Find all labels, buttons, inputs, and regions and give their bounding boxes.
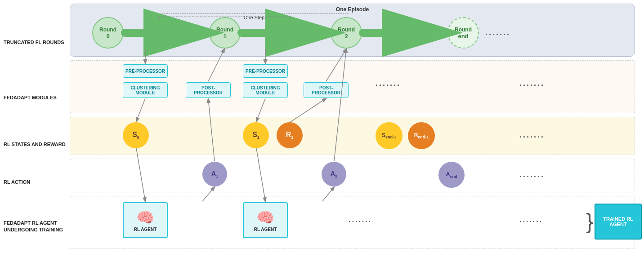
round-end-label: Round [455, 27, 472, 33]
clustering-b: CLUSTERING MODULE [243, 82, 288, 98]
label-fl-rounds: TRUNCATED FL ROUNDS [0, 39, 68, 45]
preprocessor-a: PRE-PROCESSOR [123, 64, 168, 78]
agent-icon-1: 🧠 [136, 209, 154, 226]
agent-icon-2: 🧠 [256, 209, 274, 226]
action-section [70, 159, 635, 192]
state-s0: S0 [123, 122, 149, 148]
state-send1: Send-1 [376, 122, 402, 149]
diagram-container: TRUNCATED FL ROUNDS FEDADAPT MODULES RL … [0, 0, 644, 253]
dots-rounds: ....... [485, 28, 510, 37]
postprocessor-a: POST-PROCESSOR [186, 82, 231, 98]
round-end-circle: Round end [447, 17, 479, 49]
main-content: One Episode One Step Round 0 Round 1 Rou… [70, 0, 644, 253]
brace-trained: } [586, 204, 594, 240]
trained-agent-box: TRAINED RL AGENT [595, 204, 642, 240]
round-1-sub: 1 [223, 33, 226, 40]
agent-box-1: 🧠 RL AGENT [123, 202, 168, 238]
labels-column: TRUNCATED FL ROUNDS FEDADAPT MODULES RL … [0, 0, 70, 253]
round-2-label: Round [338, 27, 355, 33]
dots-modules-2: ....... [519, 79, 545, 88]
label-action: RL ACTION [0, 179, 34, 185]
label-agent: FEDADAPT RL AGENT UNDERGOING TRAINING [0, 220, 70, 233]
action-a2: A2 [322, 162, 346, 186]
round-0-sub: 0 [106, 33, 109, 40]
round-1-circle: Round 1 [209, 17, 241, 49]
action-aend: Aend [438, 162, 465, 188]
round-end-sub: end [458, 33, 468, 40]
dots-modules-1: ....... [376, 79, 401, 88]
episode-label: One Episode [70, 6, 635, 13]
label-modules: FEDADAPT MODULES [0, 94, 60, 101]
round-2-sub: 2 [344, 33, 348, 40]
dots-action: ....... [519, 170, 545, 179]
label-states: RL STATES AND REWARD [0, 141, 69, 147]
dots-agent: ....... [349, 216, 372, 224]
dots-agent-2: ....... [519, 216, 543, 224]
states-section [70, 117, 635, 155]
trained-label: TRAINED RL AGENT [599, 216, 637, 227]
state-s1: S1 [243, 122, 269, 148]
round-0-label: Round [99, 27, 116, 33]
preprocessor-b: PRE-PROCESSOR [243, 64, 288, 78]
agent-label-1: RL AGENT [134, 227, 157, 232]
round-1-label: Round [216, 27, 233, 33]
round-0-circle: Round 0 [92, 17, 124, 49]
dots-states: ....... [519, 130, 545, 140]
action-a1: A1 [202, 162, 227, 186]
state-r1: R1 [277, 122, 303, 148]
agent-box-2: 🧠 RL AGENT [243, 202, 288, 238]
round-2-circle: Round 2 [331, 17, 362, 49]
agent-label-2: RL AGENT [254, 227, 277, 232]
step-label: One Step [160, 13, 349, 20]
state-rend1: Rend-1 [408, 122, 435, 149]
clustering-a: CLUSTERING MODULE [123, 82, 168, 98]
postprocessor-b: POST-PROCESSOR [304, 82, 349, 98]
